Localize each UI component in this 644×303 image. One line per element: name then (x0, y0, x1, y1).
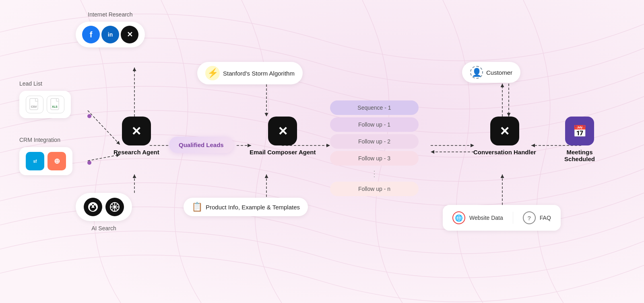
email-composer-node: ✕ Email Composer Agent (250, 117, 316, 156)
faq-icon: ? (523, 211, 536, 224)
email-composer-label: Email Composer Agent (250, 149, 316, 156)
meetings-badge: 📅 (565, 117, 594, 145)
social-icons-group: f in ✕ (76, 22, 145, 47)
qualified-leads-pill: Qualified Leads (169, 137, 233, 153)
connector-dot-crm (87, 161, 91, 165)
qualified-leads-node: Qualified Leads (169, 137, 233, 153)
product-icon: 📋 (192, 202, 202, 212)
globe-icon: 🌐 (452, 211, 465, 224)
kb-divider (513, 212, 513, 224)
stanford-storm-pill: ⚡ Stanford's Storm Algorithm (197, 62, 303, 84)
file-icons-group: CSV XLS (19, 91, 71, 118)
website-data-label: Website Data (469, 215, 503, 221)
follow-up-1: Follow up - 1 (330, 117, 419, 132)
stanford-storm-label: Stanford's Storm Algorithm (223, 70, 295, 77)
conv-handler-label: Conversation Handler (473, 149, 536, 156)
lightning-icon: ⚡ (205, 66, 220, 80)
linkedin-icon: in (101, 26, 119, 43)
salesforce-icon: sf (26, 152, 44, 170)
lead-list-cluster: Lead List CSV XLS (19, 80, 71, 118)
facebook-icon: f (82, 26, 100, 43)
knowledge-base-panel: 🌐 Website Data ? FAQ (443, 205, 561, 231)
customer-pill: 👤 Customer (462, 62, 520, 83)
internet-research-label: Internet Research (88, 11, 132, 18)
openai-icon (84, 198, 102, 216)
follow-up-3: Follow up - 3 (330, 151, 419, 166)
follow-up-2: Follow up - 2 (330, 134, 419, 149)
customer-icon: 👤 (470, 66, 483, 79)
product-info-label: Product Info, Example & Templates (206, 204, 300, 211)
sequence-1: Sequence - 1 (330, 100, 419, 115)
faq-item: ? FAQ (523, 211, 551, 224)
csv-icon: CSV (26, 96, 43, 113)
hubspot-icon: ⊕ (47, 152, 66, 170)
crm-integration-label: CRM Integration (19, 137, 60, 143)
email-composer-icon: ✕ (268, 117, 297, 145)
lead-list-label: Lead List (19, 80, 42, 87)
customer-node: 👤 Customer (462, 62, 520, 83)
product-info-pill: 📋 Product Info, Example & Templates (184, 198, 308, 216)
crm-icons-group: sf ⊕ (19, 147, 72, 175)
ai-search-label: AI Search (91, 225, 116, 231)
customer-label: Customer (486, 69, 512, 76)
sequence-dots: ⋮ (330, 168, 419, 179)
svg-text:XLS: XLS (52, 105, 58, 108)
sequences-container: Sequence - 1 Follow up - 1 Follow up - 2… (330, 100, 419, 196)
research-agent-node: ✕ Research Agent (114, 117, 159, 156)
perplexity-icon (105, 198, 124, 216)
faq-label: FAQ (540, 215, 551, 221)
crm-integration-cluster: CRM Integration sf ⊕ (19, 137, 72, 175)
ai-icons-group (76, 193, 132, 221)
internet-research-cluster: Internet Research f in ✕ (76, 11, 145, 47)
connector-dot-lead (87, 114, 91, 118)
meetings-scheduled-node: 📅 Meetings Scheduled (559, 117, 600, 162)
follow-up-n: Follow up - n (330, 182, 419, 196)
conv-handler-icon: ✕ (490, 117, 519, 145)
meetings-scheduled-label: Meetings Scheduled (559, 149, 600, 162)
twitter-icon: ✕ (121, 26, 138, 43)
website-data-item: 🌐 Website Data (452, 211, 503, 224)
ai-search-cluster: AI Search (76, 193, 132, 231)
research-agent-label: Research Agent (114, 149, 159, 156)
stanford-storm-node: ⚡ Stanford's Storm Algorithm (197, 62, 303, 84)
xls-icon: XLS (47, 96, 64, 113)
product-info-node: 📋 Product Info, Example & Templates (184, 198, 308, 216)
svg-text:CSV: CSV (31, 105, 37, 108)
research-agent-icon: ✕ (122, 117, 151, 145)
conversation-handler-node: ✕ Conversation Handler (473, 117, 536, 156)
